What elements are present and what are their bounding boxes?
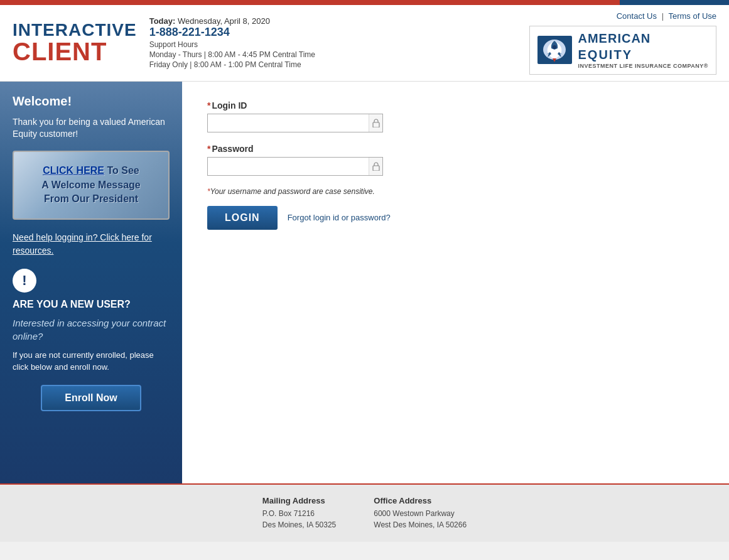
top-bar — [0, 0, 729, 5]
office-line1: 6000 Westown Parkway — [374, 508, 467, 519]
enroll-now-button[interactable]: Enroll Now — [41, 385, 141, 411]
login-id-input[interactable] — [208, 114, 369, 132]
nav-separator: | — [662, 11, 664, 21]
header-info: Today: Wednesday, April 8, 2020 1-888-22… — [149, 16, 315, 69]
help-link[interactable]: Need help logging in? Click here for res… — [13, 232, 152, 256]
svg-point-2 — [553, 45, 556, 49]
password-required: * — [207, 144, 210, 154]
ae-american: AMERICAN — [578, 30, 708, 46]
new-user-heading: ARE YOU A NEW USER? — [13, 299, 170, 310]
mailing-line1: P.O. Box 71216 — [262, 508, 336, 519]
mailing-title: Mailing Address — [262, 496, 336, 505]
new-user-desc: If you are not currently enrolled, pleas… — [13, 349, 170, 374]
case-sensitive-note: *Your username and password are case sen… — [207, 187, 704, 196]
case-note-text: Your username and password are case sens… — [210, 187, 375, 196]
header-left: INTERACTIVE CLIENT Today: Wednesday, Apr… — [13, 16, 315, 69]
eagle-icon — [537, 36, 572, 64]
phone-number: 1-888-221-1234 — [149, 26, 315, 39]
ae-equity: EQUITY — [578, 46, 708, 63]
help-text: Need help logging in? Click here for res… — [13, 231, 170, 257]
president-banner[interactable]: CLICK HERE To See A Welcome Message From… — [13, 151, 170, 220]
president-banner-text: CLICK HERE To See A Welcome Message From… — [41, 164, 140, 206]
sidebar: Welcome! Thank you for being a valued Am… — [0, 82, 182, 483]
exclamation-icon: ! — [13, 269, 36, 293]
support-hours-1: Monday - Thurs | 8:00 AM - 4:45 PM Centr… — [149, 50, 315, 59]
sidebar-description: Thank you for being a valued American Eq… — [13, 116, 170, 141]
logo-line1: INTERACTIVE — [13, 21, 137, 39]
today-date: Today: Wednesday, April 8, 2020 — [149, 16, 315, 26]
ae-logo: AMERICAN EQUITY INVESTMENT LIFE INSURANC… — [529, 26, 716, 75]
mailing-line2: Des Moines, IA 50325 — [262, 519, 336, 530]
login-id-group: *Login ID — [207, 100, 704, 132]
nav-links: Contact Us | Terms of Use — [617, 11, 716, 21]
support-hours-2: Friday Only | 8:00 AM - 1:00 PM Central … — [149, 60, 315, 69]
contact-us-link[interactable]: Contact Us — [617, 11, 657, 21]
mailing-address-block: Mailing Address P.O. Box 71216 Des Moine… — [262, 496, 336, 530]
login-id-required: * — [207, 100, 210, 110]
login-id-label: *Login ID — [207, 100, 704, 110]
password-label: *Password — [207, 144, 704, 154]
svg-rect-3 — [373, 122, 379, 127]
footer-addresses: Mailing Address P.O. Box 71216 Des Moine… — [13, 496, 716, 530]
office-title: Office Address — [374, 496, 467, 505]
password-input-wrapper — [207, 157, 383, 176]
office-line2: West Des Moines, IA 50266 — [374, 519, 467, 530]
new-user-subheading: Interested in accessing your contract on… — [13, 316, 170, 343]
ae-sub: INVESTMENT LIFE INSURANCE COMPANY® — [578, 63, 708, 70]
login-id-icon — [369, 114, 382, 132]
login-button[interactable]: LOGIN — [207, 206, 278, 230]
date-value: Wednesday, April 8, 2020 — [178, 16, 270, 26]
header: INTERACTIVE CLIENT Today: Wednesday, Apr… — [0, 5, 729, 82]
banner-click-here: CLICK HERE — [43, 165, 104, 176]
office-address-block: Office Address 6000 Westown Parkway West… — [374, 496, 467, 530]
support-hours-label: Support Hours — [149, 40, 315, 49]
password-group: *Password — [207, 144, 704, 176]
login-id-label-text: Login ID — [212, 100, 247, 110]
terms-of-use-link[interactable]: Terms of Use — [668, 11, 716, 21]
password-label-text: Password — [212, 144, 253, 154]
main-content: Welcome! Thank you for being a valued Am… — [0, 82, 729, 483]
ae-logo-text: AMERICAN EQUITY INVESTMENT LIFE INSURANC… — [578, 30, 708, 70]
logo-line2: CLIENT — [13, 39, 137, 64]
today-label: Today: — [149, 16, 176, 26]
svg-rect-4 — [373, 166, 379, 171]
footer: Mailing Address P.O. Box 71216 Des Moine… — [0, 483, 729, 542]
login-actions: LOGIN Forgot login id or password? — [207, 206, 704, 230]
password-icon — [369, 158, 382, 175]
sidebar-welcome: Welcome! — [13, 94, 170, 109]
password-input[interactable] — [208, 158, 369, 175]
new-user-section: ! ARE YOU A NEW USER? Interested in acce… — [13, 269, 170, 411]
forgot-password-link[interactable]: Forgot login id or password? — [288, 213, 391, 222]
login-id-input-wrapper — [207, 114, 383, 132]
header-right: Contact Us | Terms of Use AMERICAN EQUIT… — [529, 11, 716, 75]
login-area: *Login ID *Password — [182, 82, 729, 483]
logo: INTERACTIVE CLIENT — [13, 21, 137, 64]
